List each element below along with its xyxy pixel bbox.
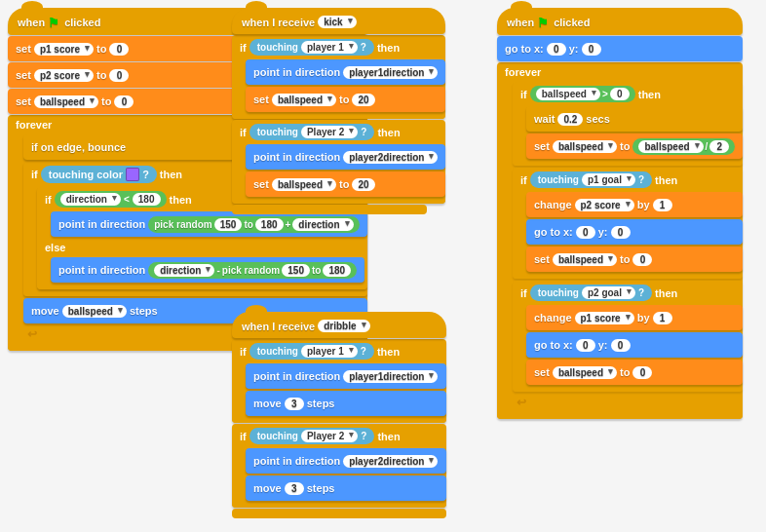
else-body: point in direction direction - pick rand…: [51, 257, 367, 284]
if-touching-player1-kick: if touching player 1 ? then point in dir…: [232, 35, 445, 119]
if-p2goal-footer: [513, 386, 743, 392]
if-touching-p2goal: if touching p2 goal ? then change p1 sco…: [513, 281, 743, 392]
ballspeed-p2goal-dropdown[interactable]: ballspeed: [553, 366, 617, 379]
player1direction-dropdown-dribble[interactable]: player1direction: [343, 370, 438, 383]
if-player1-dribble-footer: [232, 417, 446, 423]
p2score-change-dropdown[interactable]: p2 score: [575, 199, 634, 211]
point-player2direction-dribble: point in direction player2direction: [246, 448, 446, 474]
if-p1goal-body: change p2 score by 1 go to x: 0 y: 0: [526, 192, 743, 273]
clicked-label: clicked: [64, 17, 100, 28]
ballspeed-p2goal-val: 0: [632, 366, 652, 379]
player2-dropdown-dribble[interactable]: Player 2: [301, 430, 358, 442]
if-ballspeed-gt0-header: if ballspeed > 0 then: [513, 82, 743, 106]
p1-score-value: 0: [109, 43, 129, 56]
p1goal-sensing: touching p1 goal ?: [530, 171, 652, 188]
random-plus-direction[interactable]: direction: [292, 218, 353, 231]
move-3-steps-dribble2: move 3 steps: [246, 475, 446, 501]
ballspeed-dropdown-kick1[interactable]: ballspeed: [272, 94, 336, 106]
point-direction-random1: point in direction pick random 150 to 18…: [51, 211, 367, 237]
when-label: when: [18, 17, 45, 28]
ballspeed-div2-var[interactable]: ballspeed: [638, 140, 703, 153]
if-p1goal-footer: [513, 273, 743, 279]
if-touching-player1-header-kick: if touching player 1 ? then: [232, 35, 445, 59]
p1score-change-dropdown[interactable]: p1 score: [575, 312, 634, 324]
player1-dropdown-kick[interactable]: player 1: [301, 41, 358, 54]
ballspeed-dropdown-1[interactable]: ballspeed: [34, 95, 98, 108]
p1-score-dropdown[interactable]: p1 score: [34, 43, 94, 56]
p2goal-x: 0: [576, 339, 595, 352]
p2goal-sensing: touching p2 goal ?: [530, 285, 652, 301]
move-3-val-dribble2: 3: [285, 482, 304, 495]
if-player2-dribble-body: point in direction player2direction move…: [246, 448, 446, 502]
set-ballspeed-20-kick1: set ballspeed to 20: [246, 87, 445, 112]
pick-random-2: direction - pick random 150 to 180: [148, 262, 357, 279]
player1direction-dropdown-kick[interactable]: player1direction: [343, 66, 438, 79]
goto-xy-p2goal: go to x: 0 y: 0: [526, 332, 743, 358]
stack-when-receive-dribble: when I receive dribble if touching playe…: [232, 312, 446, 518]
forever-block-right: forever if ballspeed > 0 then: [497, 62, 743, 419]
green-flag-icon: [48, 16, 61, 29]
hat-receive-dribble: when I receive dribble: [232, 312, 446, 338]
touching-player1-sensing-dribble: touching player 1 ?: [249, 343, 374, 360]
scratch-canvas: when clicked set p1 score to 0 set p2 sc…: [0, 0, 766, 532]
if-touching-player2-kick: if touching Player 2 ? then point in dir…: [232, 120, 445, 204]
random-from-2: 150: [282, 264, 310, 277]
receive-kick-dropdown[interactable]: kick: [318, 16, 356, 28]
green-flag-icon-right: [537, 16, 551, 29]
player1-dropdown-dribble[interactable]: player 1: [301, 345, 358, 358]
ballspeed-div2-op: ballspeed / 2: [632, 138, 735, 155]
goto-xy-p1goal: go to x: 0 y: 0: [526, 219, 743, 245]
p2goal-y: 0: [611, 339, 631, 352]
goto-x-right: 0: [547, 43, 566, 56]
hat-when-clicked-right: when clicked: [497, 8, 743, 35]
kick-bottom-cap: [232, 205, 427, 214]
ballspeed-div2-dropdown[interactable]: ballspeed: [553, 140, 617, 153]
receive-dribble-dropdown[interactable]: dribble: [318, 320, 369, 332]
direction-value: 180: [133, 193, 161, 206]
ballspeed-gt0-operator: ballspeed > 0: [530, 86, 635, 102]
dribble-bottom-cap: [232, 509, 446, 518]
move-3-steps-dribble1: move 3 steps: [246, 391, 446, 416]
touching-player2-sensing-kick: touching Player 2 ?: [249, 124, 375, 140]
ballspeed-p1goal-dropdown[interactable]: ballspeed: [553, 253, 617, 266]
forever-arrow-right: ↩: [513, 394, 743, 411]
p2-score-dropdown[interactable]: p2 score: [34, 69, 94, 82]
if-player1-kick-footer: [232, 113, 445, 119]
if-player2-dribble-footer: [232, 502, 446, 508]
p1goal-dropdown[interactable]: p1 goal: [582, 173, 635, 186]
ballspeed-move-dropdown[interactable]: ballspeed: [62, 305, 127, 318]
if-p2goal-body: change p1 score by 1 go to x: 0 y: 0: [526, 305, 743, 386]
if-p1goal-header: if touching p1 goal ? then: [513, 168, 743, 192]
player2direction-dropdown-kick[interactable]: player2direction: [343, 151, 438, 164]
if-touching-player2-dribble: if touching Player 2 ? then point in dir…: [232, 424, 446, 508]
if-ballspeed-gt0-footer: [513, 160, 743, 166]
ballspeed-gt0-dropdown[interactable]: ballspeed: [536, 88, 600, 100]
if-ballspeed-gt0-body: wait 0.2 secs set ballspeed to ballspeed…: [526, 106, 743, 160]
p2-score-value: 0: [109, 69, 129, 82]
touching-player2-sensing-dribble: touching Player 2 ?: [249, 428, 375, 444]
goto-xy-right: go to x: 0 y: 0: [497, 36, 743, 61]
p2goal-dropdown[interactable]: p2 goal: [582, 286, 635, 299]
ballspeed-p1goal-val: 0: [632, 253, 652, 266]
direction-minus-dropdown[interactable]: direction: [154, 264, 214, 277]
player2-dropdown-kick[interactable]: Player 2: [301, 126, 358, 138]
change-p1score-1: change p1 score by 1: [526, 305, 743, 330]
random-to-1: 180: [255, 218, 284, 231]
player2direction-dropdown-dribble[interactable]: player2direction: [343, 455, 438, 468]
p2score-change-val: 1: [653, 199, 672, 211]
touching-label: touching color: [49, 169, 123, 180]
if-direction-body: point in direction pick random 150 to 18…: [51, 211, 367, 238]
wait-val: 0.2: [557, 113, 583, 126]
ballspeed-dropdown-kick2[interactable]: ballspeed: [272, 178, 336, 191]
touching-color-sensing: touching color ?: [41, 166, 157, 183]
move-3-val-dribble1: 3: [285, 398, 304, 410]
else-label: else: [37, 238, 367, 257]
p1score-change-val: 1: [653, 312, 672, 324]
if-touching-player2-header-kick: if touching Player 2 ? then: [232, 120, 445, 144]
direction-dropdown[interactable]: direction: [60, 193, 121, 206]
p1goal-y: 0: [611, 226, 631, 239]
wait-02-secs: wait 0.2 secs: [526, 106, 743, 132]
random-to-2: 180: [323, 264, 351, 277]
ballspeed-20-kick2: 20: [352, 178, 374, 191]
if-touching-p1goal: if touching p1 goal ? then change p2 sco…: [513, 168, 743, 279]
